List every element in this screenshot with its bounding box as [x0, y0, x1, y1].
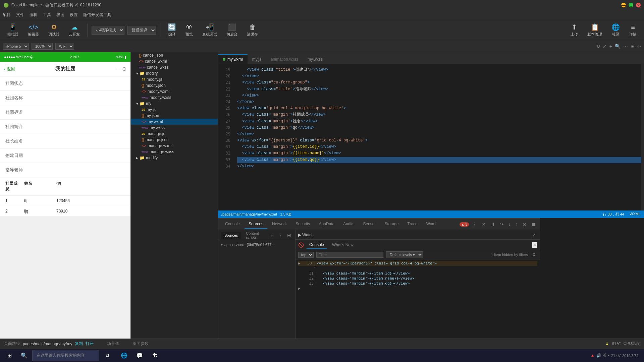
minimize-button[interactable]: — [621, 3, 626, 7]
devtools-app[interactable]: 🛠 [148, 349, 162, 362]
add-icon[interactable]: + [609, 44, 612, 49]
devtools-pause-btn[interactable]: ⏸ [489, 221, 496, 228]
maximize-button[interactable]: □ [629, 3, 633, 7]
layout-icon[interactable]: ⊞ [631, 44, 635, 49]
watch-expand-btn[interactable]: ⤢ [531, 232, 537, 238]
cloud-button[interactable]: ☁ 云开发 [65, 22, 83, 38]
version-button[interactable]: 📋 版本管理 [584, 22, 605, 38]
file-manage-wxss[interactable]: wxss manage.wxss [131, 149, 218, 155]
code-content[interactable]: <view class="title">创建日期</view> </view> … [233, 64, 641, 210]
detail-button[interactable]: ≡ 详情 [626, 22, 640, 38]
resize-icon[interactable]: ⇔ [637, 44, 641, 49]
devtools-deactivate-btn[interactable]: ⊘ [521, 221, 528, 228]
devtools-stepover-btn[interactable]: ↓ [507, 221, 512, 228]
rotate-icon[interactable]: ⟲ [596, 44, 600, 49]
console-close-button[interactable]: ✕ [532, 242, 537, 248]
editor-scrollbar[interactable] [641, 64, 644, 210]
file-cancel-wxss[interactable]: wxss cancel.wxss [131, 64, 218, 70]
real-machine-button[interactable]: 📲 真机调试 [199, 22, 220, 38]
devtools-stop-btn[interactable]: ⏹ [530, 221, 537, 228]
tab-audits[interactable]: Audits [339, 220, 358, 229]
tab-my-wxml[interactable]: my.wxml [218, 54, 248, 64]
menu-edit[interactable]: 编辑 [30, 12, 38, 18]
subtab-more[interactable]: » [267, 232, 276, 239]
sources-layout-btn[interactable]: ⊞ [286, 232, 292, 239]
file-cancel-wxml[interactable]: <> cancel.wxml [131, 58, 218, 64]
community-button[interactable]: 🌐 社区 [608, 22, 623, 38]
file-my-wxml[interactable]: <> my.wxml [131, 119, 218, 125]
folder-modify-2[interactable]: ▸ 📁 modify [131, 155, 218, 161]
device-select[interactable]: iPhone 5 [3, 43, 29, 50]
file-modify-wxml[interactable]: <> modify.wxml [131, 88, 218, 95]
back-button[interactable]: ‹ 返回 [4, 66, 15, 72]
level-select[interactable]: Default levels ▾ [386, 251, 423, 258]
chrome-app[interactable]: 🌐 [117, 349, 131, 362]
menu-settings[interactable]: 设置 [70, 12, 78, 18]
tab-appdata[interactable]: AppData [315, 220, 338, 229]
clearcache-button[interactable]: 🗑 清缓存 [244, 22, 261, 38]
file-manage-wxml[interactable]: <> manage.wxml [131, 143, 218, 149]
file-my-wxss[interactable]: wxss my.wxss [131, 125, 218, 131]
c-tab-console[interactable]: Console [307, 241, 327, 249]
wechat-app[interactable]: 💬 [132, 349, 147, 362]
more-icon[interactable]: ⋯ [623, 44, 628, 49]
devtools-more-btn[interactable]: ⋮ [471, 221, 478, 228]
file-manage-json[interactable]: {} manage.json [131, 137, 218, 143]
search-button[interactable]: 🔍 [17, 349, 31, 362]
mode-select[interactable]: 小程序模式 [92, 26, 124, 35]
tab-animation-wxss[interactable]: animation.wxss [266, 54, 303, 64]
search-box[interactable]: 在这里输入你要搜索的内容 [32, 350, 99, 361]
filter-input[interactable] [316, 252, 383, 258]
subtab-sources[interactable]: Sources [221, 232, 241, 239]
simulator-button[interactable]: 📱 模拟器 [4, 22, 22, 38]
editor-button[interactable]: </> 编辑器 [24, 22, 42, 38]
more-button[interactable]: ⋯ ⊙ [115, 66, 126, 72]
folder-modify[interactable]: ▾ 📁 modify [131, 70, 218, 76]
tab-network[interactable]: Network [268, 220, 291, 229]
tab-console[interactable]: Console [221, 220, 244, 229]
network-select[interactable]: WiFi [55, 43, 74, 50]
console-gear-btn[interactable]: ⚙ [531, 251, 537, 258]
zoom-select[interactable]: 100% [32, 43, 53, 50]
menu-project[interactable]: 项目 [3, 12, 11, 18]
close-button[interactable]: ✕ [636, 3, 641, 7]
file-my-json[interactable]: {} my.json [131, 113, 218, 119]
debugger-button[interactable]: ⚙ 调试器 [45, 22, 63, 38]
upload-button[interactable]: ⬆ 上传 [567, 22, 581, 38]
file-my-js[interactable]: JS my.js [131, 107, 218, 113]
tab-storage[interactable]: Storage [381, 220, 403, 229]
console-clear-button[interactable]: 🚫 [298, 242, 304, 248]
file-cancel-json[interactable]: {} cancel.json [131, 52, 218, 58]
tab-sources[interactable]: Sources [245, 220, 267, 229]
tab-sensor[interactable]: Sensor [359, 220, 380, 229]
menu-wechat[interactable]: 微信开发者工具 [83, 12, 111, 18]
cutback-button[interactable]: ⬛ 切后台 [223, 22, 241, 38]
sources-menu-btn[interactable]: ⋮ [277, 232, 284, 239]
expand-icon[interactable]: ⤢ [603, 44, 607, 49]
search-icon[interactable]: 🔍 [615, 44, 621, 49]
open-link[interactable]: 打开 [86, 341, 94, 347]
tab-trace[interactable]: Trace [404, 220, 422, 229]
file-modify-json[interactable]: {} modify.json [131, 82, 218, 88]
file-manage-js[interactable]: JS manage.js [131, 131, 218, 137]
c-tab-whatsnew[interactable]: What's New [329, 241, 356, 249]
preview-button[interactable]: 👁 预览 [182, 22, 196, 38]
devtools-close-btn[interactable]: ✕ [480, 221, 487, 228]
compile-button[interactable]: 🔄 编译 [164, 22, 179, 38]
subtab-content-scripts[interactable]: Content scripts [243, 230, 266, 241]
taskview-button[interactable]: ⧉ [101, 349, 114, 362]
devtools-stepout-btn[interactable]: ↑ [514, 221, 519, 228]
compile-select[interactable]: 普通编译 [127, 26, 156, 35]
sources-file-item[interactable]: ▸ appservicert={3b675e04,677... [218, 242, 295, 247]
tab-wxml[interactable]: Wxml [422, 220, 440, 229]
devtools-step-btn[interactable]: ↷ [498, 221, 505, 228]
menu-file[interactable]: 文件 [16, 12, 24, 18]
tab-security[interactable]: Security [291, 220, 314, 229]
file-modify-wxss[interactable]: wxss modify.wxss [131, 95, 218, 101]
menu-interface[interactable]: 界面 [56, 12, 64, 18]
tab-my-wxss[interactable]: my.wxss [303, 54, 327, 64]
tab-my-js[interactable]: my.js [248, 54, 266, 64]
start-button[interactable]: ⊞ [3, 349, 16, 362]
file-modify-js[interactable]: JS modify.js [131, 76, 218, 82]
menu-tools[interactable]: 工具 [43, 12, 51, 18]
